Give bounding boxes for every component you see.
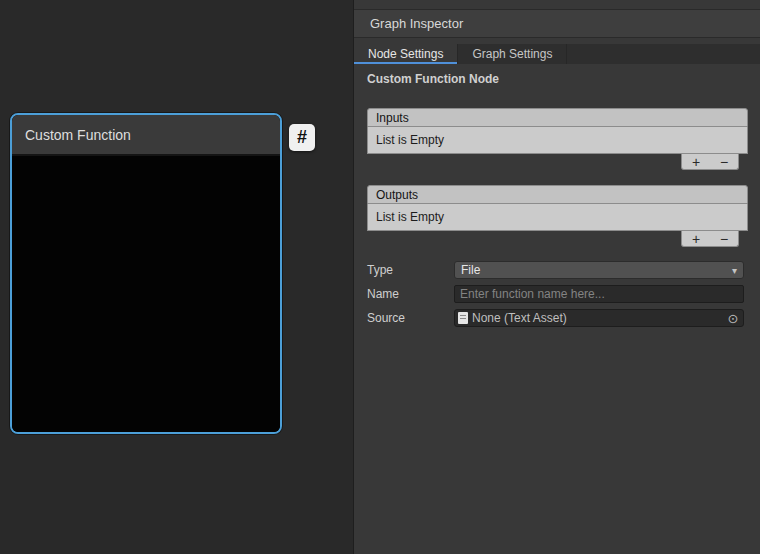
inputs-remove-button[interactable]: −	[710, 154, 738, 169]
inspector-title: Graph Inspector	[370, 16, 463, 31]
type-dropdown[interactable]: File ▾	[454, 261, 744, 279]
section-title: Custom Function Node	[367, 72, 499, 86]
outputs-list-empty-row: List is Empty	[367, 204, 748, 231]
source-label: Source	[367, 311, 454, 325]
node-title: Custom Function	[25, 127, 131, 143]
text-asset-icon	[458, 312, 468, 324]
type-row: Type File ▾	[367, 261, 757, 279]
outputs-list: Outputs List is Empty + −	[367, 185, 748, 249]
inspector-tab-bar: Node Settings Graph Settings	[354, 44, 760, 64]
function-name-input[interactable]	[454, 285, 744, 303]
outputs-list-footer-bar: + −	[681, 231, 739, 247]
inputs-list-header-label: Inputs	[376, 111, 409, 125]
inputs-add-button[interactable]: +	[682, 154, 710, 169]
inputs-list-footer-bar: + −	[681, 154, 739, 170]
tab-node-settings-label: Node Settings	[368, 47, 443, 61]
inputs-list: Inputs List is Empty + −	[367, 108, 748, 172]
outputs-list-footer: + −	[367, 231, 748, 249]
custom-function-node[interactable]: Custom Function	[10, 113, 282, 434]
name-row: Name	[367, 285, 757, 303]
outputs-remove-button[interactable]: −	[710, 231, 738, 246]
outputs-list-header-label: Outputs	[376, 188, 418, 202]
inspector-title-bar: Graph Inspector	[354, 9, 760, 38]
node-header[interactable]: Custom Function	[12, 115, 280, 156]
tab-node-settings[interactable]: Node Settings	[354, 44, 458, 64]
object-picker-icon[interactable]: ⊙	[725, 310, 741, 326]
source-row: Source None (Text Asset) ⊙	[367, 309, 757, 327]
node-body	[12, 158, 280, 432]
custom-function-icon: #	[289, 124, 315, 151]
graph-canvas[interactable]: Custom Function #	[0, 0, 353, 554]
source-object-value: None (Text Asset)	[472, 311, 567, 325]
outputs-list-header: Outputs	[367, 185, 748, 204]
outputs-list-empty-label: List is Empty	[376, 210, 444, 224]
outputs-add-button[interactable]: +	[682, 231, 710, 246]
hash-icon: #	[297, 127, 307, 148]
inputs-list-empty-label: List is Empty	[376, 133, 444, 147]
tab-graph-settings-label: Graph Settings	[472, 47, 552, 61]
inputs-list-footer: + −	[367, 154, 748, 172]
source-object-field[interactable]: None (Text Asset) ⊙	[454, 309, 744, 327]
inputs-list-empty-row: List is Empty	[367, 127, 748, 154]
type-dropdown-value: File	[461, 263, 480, 277]
inputs-list-header: Inputs	[367, 108, 748, 127]
tab-graph-settings[interactable]: Graph Settings	[458, 44, 567, 64]
chevron-down-icon: ▾	[732, 265, 737, 276]
type-label: Type	[367, 263, 454, 277]
graph-inspector-panel: Graph Inspector Node Settings Graph Sett…	[353, 0, 760, 554]
name-label: Name	[367, 287, 454, 301]
